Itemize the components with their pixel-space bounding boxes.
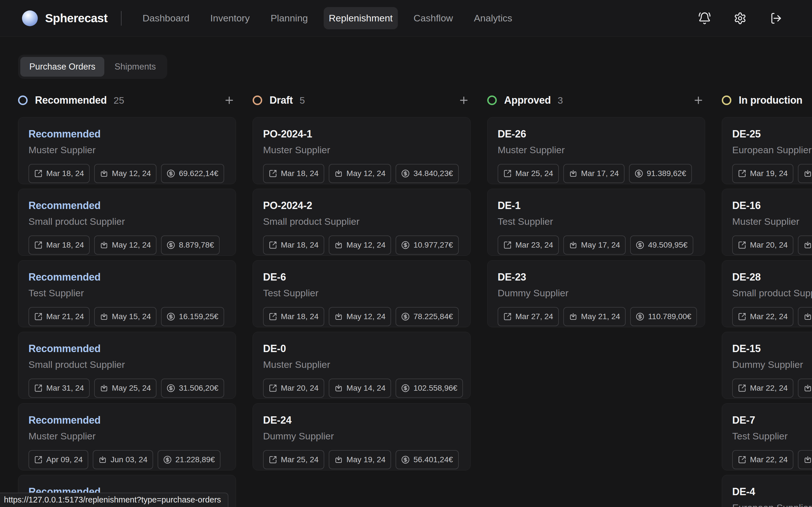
card-title: Recommended — [29, 128, 225, 140]
external-link-chip: Apr 09, 24 — [29, 450, 88, 469]
download-chip — [798, 379, 812, 398]
chip-label: Mar 22, 24 — [750, 455, 788, 464]
po-card[interactable]: DE-0 Muster Supplier Mar 20, 24May 14, 2… — [253, 332, 470, 399]
plus-icon — [223, 95, 235, 106]
currency-icon — [401, 169, 410, 178]
chip-label: Mar 18, 24 — [46, 169, 84, 178]
po-card[interactable]: DE-23 Dummy Supplier Mar 27, 24May 21, 2… — [487, 260, 705, 327]
external-link-icon — [269, 313, 277, 321]
plus-icon — [693, 95, 704, 106]
po-card[interactable]: DE-6 Test Supplier Mar 18, 24May 12, 247… — [253, 260, 470, 327]
nav-item-inventory[interactable]: Inventory — [205, 7, 255, 29]
external-link-chip: Mar 18, 24 — [263, 164, 324, 183]
add-card-button[interactable] — [692, 94, 705, 107]
chip-label: Mar 27, 24 — [515, 312, 553, 321]
card-supplier: Small product Supplier — [29, 359, 225, 370]
card-supplier: Muster Supplier — [29, 431, 225, 442]
card-title: DE-25 — [732, 128, 812, 140]
po-card[interactable]: PO-2024-1 Muster Supplier Mar 18, 24May … — [253, 117, 470, 184]
currency-chip: 49.509,95€ — [630, 235, 693, 255]
add-card-button[interactable] — [457, 94, 470, 107]
po-card[interactable]: DE-1 Test Supplier Mar 23, 24May 17, 244… — [487, 189, 705, 256]
card-chips: Mar 25, 24May 19, 2456.401,24€ — [263, 450, 460, 469]
po-card[interactable]: PO-2024-2 Small product Supplier Mar 18,… — [253, 189, 470, 256]
chip-label: Mar 18, 24 — [281, 169, 319, 178]
chip-label: 56.401,24€ — [413, 455, 453, 464]
card-chips: Mar 20, 24May 14, 24102.558,96€ — [263, 379, 460, 398]
column-header: Recommended 25 — [18, 93, 236, 108]
kanban-column: Recommended 25 Recommended Muster Suppli… — [18, 93, 236, 507]
po-card[interactable]: DE-7 Test Supplier Mar 22, 24 — [722, 403, 812, 470]
chip-label: 102.558,96€ — [413, 384, 457, 393]
download-icon — [100, 313, 108, 321]
currency-icon — [401, 313, 410, 321]
logout-button[interactable] — [767, 10, 784, 26]
nav-item-replenishment[interactable]: Replenishment — [324, 7, 398, 29]
card-title: DE-26 — [498, 128, 695, 140]
brand-logo[interactable]: Spherecast — [22, 10, 107, 26]
external-link-chip: Mar 18, 24 — [29, 164, 90, 183]
card-supplier: Muster Supplier — [498, 145, 695, 156]
card-chips: Mar 18, 24May 12, 248.879,78€ — [29, 235, 225, 255]
po-card[interactable]: Recommended Small product Supplier Mar 3… — [18, 332, 236, 399]
po-card[interactable]: DE-25 European Supplier Mar 19, 24 — [722, 117, 812, 184]
column-count: 25 — [114, 95, 124, 106]
po-card[interactable]: Recommended Small product Supplier Mar 1… — [18, 189, 236, 256]
nav-item-analytics[interactable]: Analytics — [469, 7, 517, 29]
card-supplier: Muster Supplier — [29, 145, 225, 156]
chip-label: May 12, 24 — [347, 312, 386, 321]
card-title: Recommended — [29, 200, 225, 212]
po-card[interactable]: DE-26 Muster Supplier Mar 25, 24Mar 17, … — [487, 117, 705, 184]
download-icon — [100, 241, 108, 249]
chip-label: Mar 31, 24 — [46, 384, 84, 393]
nav-item-dashboard[interactable]: Dashboard — [137, 7, 194, 29]
download-chip: May 12, 24 — [329, 164, 391, 183]
card-chips: Apr 09, 24Jun 03, 2421.228,89€ — [29, 450, 225, 469]
external-link-chip: Mar 22, 24 — [732, 450, 794, 469]
po-card[interactable]: DE-4 European Supplier — [722, 475, 812, 507]
external-link-icon — [738, 241, 746, 249]
po-card[interactable]: DE-28 Small product Supplier Mar 22, 24 — [722, 260, 812, 327]
card-supplier: Dummy Supplier — [498, 288, 695, 298]
po-card[interactable]: Recommended Muster Supplier Mar 18, 24Ma… — [18, 117, 236, 184]
main-content: Purchase Orders Shipments Recommended 25… — [0, 37, 812, 507]
chip-label: 49.509,95€ — [648, 240, 688, 249]
external-link-icon — [269, 241, 277, 249]
tab-shipments[interactable]: Shipments — [105, 57, 165, 76]
chip-label: Mar 23, 24 — [515, 240, 553, 249]
settings-button[interactable] — [732, 10, 748, 26]
chip-label: 110.789,00€ — [648, 312, 691, 321]
kanban-column: In production DE-25 European Supplier Ma… — [722, 93, 812, 507]
download-chip — [798, 450, 812, 469]
tab-purchase-orders[interactable]: Purchase Orders — [20, 57, 104, 76]
card-supplier: European Supplier — [732, 145, 812, 156]
notifications-button[interactable] — [696, 10, 713, 26]
external-link-icon — [34, 455, 43, 464]
card-supplier: Test Supplier — [29, 288, 225, 298]
nav-item-cashflow[interactable]: Cashflow — [409, 7, 458, 29]
currency-icon — [163, 455, 172, 464]
download-chip: May 17, 24 — [563, 235, 626, 255]
card-supplier: Small product Supplier — [29, 216, 225, 227]
download-chip: May 21, 24 — [563, 307, 626, 326]
card-chips: Mar 18, 24May 12, 2469.622,14€ — [29, 164, 225, 183]
download-chip: May 15, 24 — [94, 307, 157, 326]
column-status-dot — [722, 96, 731, 105]
add-card-button[interactable] — [222, 94, 236, 107]
chip-label: May 12, 24 — [112, 169, 151, 178]
topbar-icons — [696, 10, 784, 26]
po-card[interactable]: Recommended Muster Supplier Apr 09, 24Ju… — [18, 403, 236, 470]
nav-item-planning[interactable]: Planning — [266, 7, 313, 29]
view-tabs: Purchase Orders Shipments — [18, 55, 167, 79]
currency-icon — [401, 241, 410, 249]
external-link-icon — [738, 313, 746, 321]
po-card[interactable]: DE-24 Dummy Supplier Mar 25, 24May 19, 2… — [253, 403, 470, 470]
chip-label: Mar 25, 24 — [515, 169, 553, 178]
currency-icon — [401, 455, 410, 464]
po-card[interactable]: Recommended Test Supplier Mar 21, 24May … — [18, 260, 236, 327]
currency-icon — [401, 384, 410, 392]
external-link-icon — [503, 313, 512, 321]
download-icon — [804, 241, 812, 249]
po-card[interactable]: DE-15 Dummy Supplier Mar 22, 24 — [722, 332, 812, 399]
po-card[interactable]: DE-16 Muster Supplier Mar 20, 24 — [722, 189, 812, 256]
